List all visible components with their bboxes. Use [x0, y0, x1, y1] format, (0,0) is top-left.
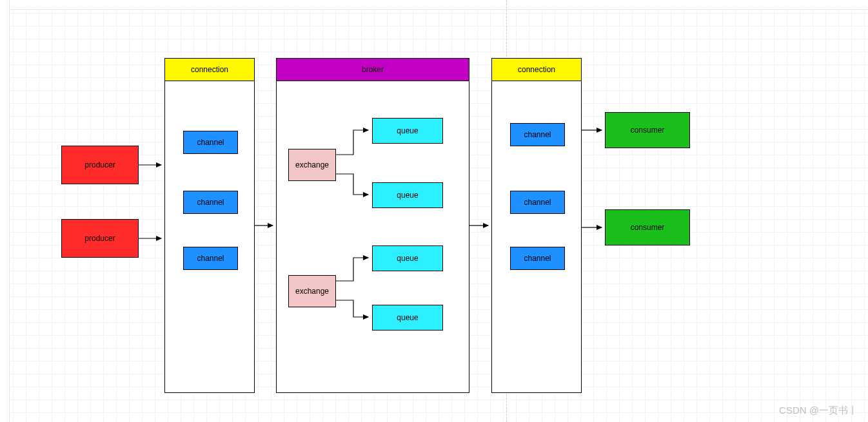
channel-label: channel [524, 130, 551, 139]
queue-3[interactable]: queue [372, 245, 443, 271]
queue-label: queue [397, 254, 418, 263]
producer-label: producer [84, 160, 115, 169]
connection-left-header: connection [164, 58, 255, 81]
channel-right-1[interactable]: channel [510, 123, 565, 146]
producer-box-2[interactable]: producer [61, 219, 139, 258]
connection-right-title: connection [518, 65, 555, 74]
channel-label: channel [197, 138, 224, 147]
channel-label: channel [524, 198, 551, 207]
ruler-left [0, 0, 10, 422]
consumer-box-1[interactable]: consumer [605, 112, 690, 148]
consumer-box-2[interactable]: consumer [605, 209, 690, 245]
channel-right-3[interactable]: channel [510, 247, 565, 270]
broker-title: broker [362, 65, 384, 74]
channel-right-2[interactable]: channel [510, 191, 565, 214]
channel-left-2[interactable]: channel [183, 191, 238, 214]
queue-4[interactable]: queue [372, 305, 443, 331]
channel-label: channel [524, 254, 551, 263]
producer-box-1[interactable]: producer [61, 146, 139, 184]
queue-label: queue [397, 313, 418, 322]
queue-label: queue [397, 191, 418, 200]
connection-right-header: connection [491, 58, 582, 81]
queue-1[interactable]: queue [372, 118, 443, 144]
exchange-label: exchange [295, 160, 329, 169]
exchange-1[interactable]: exchange [288, 149, 336, 181]
channel-label: channel [197, 254, 224, 263]
watermark-text: CSDN @一页书丨 [779, 405, 858, 417]
channel-left-3[interactable]: channel [183, 247, 238, 270]
consumer-label: consumer [631, 126, 665, 135]
queue-label: queue [397, 126, 418, 135]
connection-left-container[interactable]: connection channel channel channel [164, 58, 255, 393]
channel-left-1[interactable]: channel [183, 131, 238, 154]
producer-label: producer [84, 234, 115, 243]
exchange-label: exchange [295, 287, 329, 296]
broker-header: broker [276, 58, 469, 81]
ruler-top [0, 0, 868, 10]
connection-right-container[interactable]: connection channel channel channel [491, 58, 582, 393]
connection-left-title: connection [191, 65, 228, 74]
channel-label: channel [197, 198, 224, 207]
broker-container[interactable]: broker exchange queue queue exchange que… [276, 58, 469, 393]
queue-2[interactable]: queue [372, 182, 443, 208]
exchange-2[interactable]: exchange [288, 275, 336, 307]
consumer-label: consumer [631, 223, 665, 232]
